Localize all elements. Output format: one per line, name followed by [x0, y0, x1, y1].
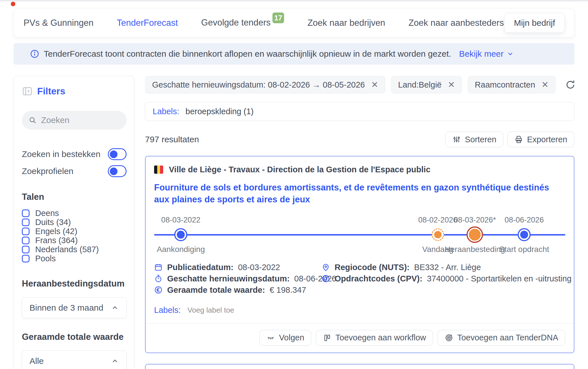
chip-label: Geschatte hernieuwingsdatum: 08-02-2026 … — [152, 80, 365, 90]
languages-list: Deens Duits (34) Engels (42) Frans (364)… — [22, 209, 127, 263]
search-icon — [29, 116, 37, 125]
export-button[interactable]: Exporteren — [507, 132, 574, 147]
filters-header: Filters — [22, 86, 127, 97]
sliders-icon — [452, 135, 461, 144]
remove-chip-icon[interactable]: ✕ — [448, 80, 455, 89]
toggle-row-zoekprofielen: Zoekprofielen — [22, 165, 127, 177]
timeline-date: 08-06-2026 — [505, 216, 544, 224]
labels-filter-box[interactable]: Labels: beroepskleding (1) — [145, 102, 574, 121]
nav-tenderforecast[interactable]: TenderForecast — [117, 18, 178, 28]
detail-value: € 198.347 — [270, 285, 306, 295]
refresh-button[interactable] — [565, 80, 576, 90]
card-header: Ville de Liège - Travaux - Direction de … — [154, 165, 565, 174]
sidebar-search-box[interactable] — [22, 111, 127, 130]
add-to-tenderdna-button[interactable]: Toevoegen aan TenderDNA — [438, 330, 565, 346]
detail-estimated-value: Geraamde totale waarde: € 198.347 — [154, 285, 322, 295]
tender-card-2: UZ Leuven NATIONAAL ‘ALL-INCLUSIVE’ NIER… — [145, 364, 574, 369]
language-checkbox-duits[interactable]: Duits (34) — [22, 218, 127, 226]
filter-chip-renewal-date[interactable]: Geschatte hernieuwingsdatum: 08-02-2026 … — [145, 76, 385, 94]
export-label: Exporteren — [527, 135, 567, 144]
map-pin-icon — [322, 263, 330, 272]
timeline-dot-today — [432, 228, 444, 241]
nav-pvs-gunningen[interactable]: PVs & Gunningen — [24, 18, 93, 28]
tender-title-link[interactable]: Fourniture de sols et bordures amortissa… — [154, 182, 565, 205]
detail-cpv-codes: Opdrachtcodes (CPV): 37400000 - Sportart… — [322, 274, 572, 283]
tender-card-1: Ville de Liège - Travaux - Direction de … — [145, 156, 574, 353]
results-main: Geschatte hernieuwingsdatum: 08-02-2026 … — [145, 76, 574, 369]
estimated-value-heading: Geraamde totale waarde — [22, 332, 127, 342]
nav-zoek-naar-aanbesteders[interactable]: Zoek naar aanbesteders — [408, 18, 504, 28]
detail-value: BE332 - Arr. Liège — [414, 263, 481, 272]
language-checkbox-engels[interactable]: Engels (42) — [22, 227, 127, 236]
refresh-icon — [565, 80, 576, 90]
remove-chip-icon[interactable]: ✕ — [541, 80, 549, 89]
organization-name: Ville de Liège - Travaux - Direction de … — [169, 165, 430, 174]
stopwatch-icon — [154, 274, 163, 283]
nav-gevolgde-tenders-wrap: Gevolgde tenders 17 — [201, 18, 284, 28]
sort-label: Sorteren — [465, 135, 496, 144]
timeline-label: Aankondiging — [157, 245, 205, 254]
follow-button[interactable]: Volgen — [259, 330, 311, 346]
filter-chip-country[interactable]: Land:België ✕ — [391, 76, 462, 94]
tender-timeline: 08-03-2022 Aankondiging 08-02-2026 Vanda… — [154, 211, 565, 259]
language-checkbox-pools[interactable]: Pools — [22, 254, 127, 263]
sort-button[interactable]: Sorteren — [445, 132, 503, 147]
labels-value[interactable]: beroepskleding (1) — [186, 107, 254, 116]
card-labels-label: Labels: — [154, 306, 181, 315]
info-icon — [30, 49, 39, 58]
workflow-columns-icon — [323, 334, 331, 342]
checkbox-icon — [22, 219, 30, 226]
add-to-workflow-button[interactable]: Toevoegen aan workflow — [316, 330, 433, 346]
nav-zoek-naar-bedrijven[interactable]: Zoek naar bedrijven — [307, 18, 385, 28]
chevron-up-icon — [111, 304, 119, 312]
filter-chip-raamcontracten[interactable]: Raamcontracten ✕ — [468, 76, 556, 94]
checkbox-label: Frans (364) — [35, 236, 78, 245]
tender-details: Publicatiedatum: 08-03-2022 Geschatte he… — [154, 263, 565, 295]
target-icon — [445, 334, 453, 342]
renewal-date-dropdown[interactable]: Binnen de 3 maand — [22, 297, 127, 318]
chip-label: Raamcontracten — [475, 80, 535, 90]
language-checkbox-frans[interactable]: Frans (364) — [22, 236, 127, 245]
timeline-date: 08-03-2026* — [454, 216, 496, 224]
detail-label: Geschatte hernieuwingsdatum: — [167, 274, 290, 283]
bekijk-meer-link[interactable]: Bekijk meer — [459, 49, 514, 59]
language-checkbox-deens[interactable]: Deens — [22, 209, 127, 217]
printer-icon — [514, 135, 523, 144]
top-navigation: PVs & Gunningen TenderForecast Gevolgde … — [14, 9, 574, 37]
detail-publication-date: Publicatiedatum: 08-03-2022 — [154, 263, 322, 272]
chevron-up-icon — [111, 357, 119, 365]
toggle-zoekprofielen[interactable] — [108, 165, 127, 177]
toggle-label-bestekken: Zoeken in bestekken — [22, 149, 100, 159]
filters-title: Filters — [37, 86, 65, 97]
checkbox-icon — [22, 237, 30, 244]
detail-value: 37400000 - Sportartikelen en -uitrusting — [427, 274, 571, 283]
timeline-label: Start opdracht — [499, 245, 549, 254]
nav-gevolgde-tenders[interactable]: Gevolgde tenders — [201, 18, 271, 28]
followed-tenders-badge: 17 — [272, 12, 284, 23]
detail-renewal-date: Geschatte hernieuwingsdatum: 08-06-2026 — [154, 274, 322, 283]
filters-sidebar: Filters Zoeken in bestekken Zoekprofiele… — [14, 76, 134, 369]
language-checkbox-nederlands[interactable]: Nederlands (587) — [22, 245, 127, 254]
calendar-icon — [154, 263, 163, 272]
chip-label: Land:België — [398, 80, 442, 90]
remove-chip-icon[interactable]: ✕ — [371, 80, 378, 89]
add-to-workflow-label: Toevoegen aan workflow — [335, 333, 426, 342]
detail-region-code: Regiocode (NUTS): BE332 - Arr. Liège — [322, 263, 572, 272]
nav-items: PVs & Gunningen TenderForecast Gevolgde … — [24, 18, 504, 28]
my-company-button[interactable]: Mijn bedrijf — [505, 13, 564, 33]
checkbox-icon — [22, 209, 30, 217]
checkbox-label: Engels (42) — [35, 227, 77, 236]
add-label-link[interactable]: Voeg label toe — [188, 306, 234, 315]
timeline-date: 08-02-2026 — [418, 216, 457, 224]
checkbox-label: Duits (34) — [35, 218, 71, 226]
search-input[interactable] — [41, 115, 120, 125]
toggle-label-zoekprofielen: Zoekprofielen — [22, 166, 74, 176]
estimated-value-dropdown[interactable]: Alle — [22, 351, 127, 369]
bekijk-meer-label: Bekijk meer — [459, 49, 504, 59]
timeline-label: Heraanbesteding — [445, 245, 505, 254]
toggle-zoeken-in-bestekken[interactable] — [108, 148, 127, 160]
toolbar-actions: Sorteren Exporteren — [445, 132, 574, 147]
collapse-sidebar-icon[interactable] — [22, 86, 33, 97]
toggle-knob — [110, 150, 117, 158]
checkbox-label: Pools — [35, 255, 56, 263]
